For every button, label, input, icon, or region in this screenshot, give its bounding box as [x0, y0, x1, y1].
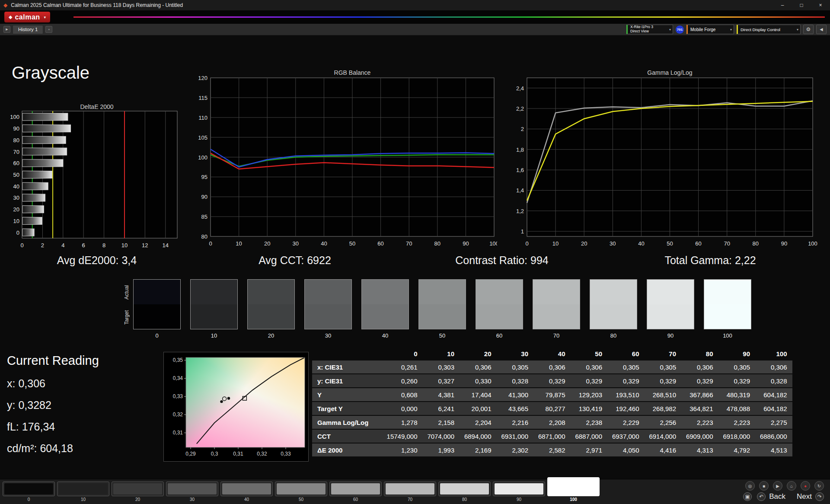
- meter-button[interactable]: ◎: [745, 481, 755, 491]
- level-button-70[interactable]: 70: [384, 482, 436, 502]
- chevron-down-icon: ▾: [795, 28, 798, 32]
- svg-text:0,29: 0,29: [185, 451, 196, 457]
- table-row: Target Y0,0006,24120,00143,66580,277130,…: [312, 402, 793, 415]
- table-row-label: CCT: [312, 430, 386, 443]
- grayscale-swatch-80: 80: [590, 279, 637, 339]
- swatch-step-label: 10: [190, 332, 238, 339]
- grayscale-swatch-100: 100: [704, 279, 751, 339]
- level-button-100[interactable]: 100: [547, 477, 600, 502]
- svg-text:100: 100: [808, 240, 817, 247]
- level-button-20[interactable]: 20: [112, 482, 164, 502]
- display-control-dropdown[interactable]: Direct Display Control ▾: [737, 25, 801, 34]
- chevron-down-icon: ▾: [667, 28, 671, 32]
- collapse-panel-button[interactable]: ◄: [816, 25, 827, 34]
- swatch-target: [191, 304, 237, 329]
- source-dropdown[interactable]: Mobile Forge ▾: [686, 25, 734, 34]
- table-row: y: CIE310,2600,3270,3300,3280,3290,3290,…: [312, 374, 793, 387]
- table-cell: 0,329: [645, 374, 682, 387]
- table-cell: 0,305: [607, 360, 645, 373]
- table-cell: 4,050: [607, 443, 645, 456]
- de-bar-10: [22, 217, 42, 224]
- close-button[interactable]: ×: [811, 0, 830, 10]
- table-row-label: x: CIE31: [312, 360, 386, 373]
- maximize-button[interactable]: □: [792, 0, 811, 10]
- table-cell: 0,305: [645, 360, 682, 373]
- table-cell: 0,306: [681, 360, 718, 373]
- table-col-header: 20: [460, 348, 497, 359]
- level-swatch: [113, 483, 162, 494]
- swatch-actual: [533, 280, 580, 304]
- history-prev-button[interactable]: ▶: [3, 26, 10, 33]
- svg-text:20: 20: [264, 240, 270, 247]
- table-col-header: 80: [681, 348, 718, 359]
- reading-fl: fL: 176,34: [7, 421, 137, 433]
- app-logo-icon: ◆: [3, 2, 7, 8]
- table-cell: 604,182: [755, 402, 792, 415]
- table-cell: 2,971: [571, 443, 608, 456]
- display-control-name: Direct Display Control: [741, 27, 780, 32]
- table-cell: 6886,000: [755, 430, 792, 443]
- table-col-header: 40: [533, 348, 571, 359]
- table-cell: 0,306: [755, 360, 792, 373]
- table-cell: 4,313: [681, 443, 718, 456]
- svg-text:0,33: 0,33: [281, 451, 291, 457]
- table-cell: 6871,000: [533, 430, 571, 443]
- table-cell: 0,329: [718, 374, 756, 387]
- swatch-actual: [704, 280, 751, 304]
- svg-text:1,2: 1,2: [516, 208, 524, 214]
- meter-status-badge: 701: [676, 26, 684, 34]
- svg-text:0: 0: [209, 240, 212, 247]
- next-arrow-icon: ↷: [815, 492, 824, 501]
- table-cell: 604,182: [755, 388, 792, 401]
- record-button[interactable]: ●: [801, 481, 810, 491]
- table-cell: 41,300: [497, 388, 534, 401]
- svg-text:60: 60: [13, 160, 19, 166]
- total-gamma-stat: Total Gamma: 2,22: [632, 254, 788, 267]
- next-button[interactable]: Next ↷: [797, 492, 824, 501]
- stop-button[interactable]: ■: [759, 481, 769, 491]
- level-button-40[interactable]: 40: [220, 482, 273, 502]
- level-button-10[interactable]: 10: [57, 482, 109, 502]
- grayscale-swatch-50: 50: [418, 279, 466, 339]
- reading-cdm2: cd/m²: 604,18: [7, 442, 137, 455]
- table-cell: 15749,000: [386, 430, 423, 443]
- table-col-header: 90: [718, 348, 756, 359]
- level-button-80[interactable]: 80: [438, 482, 491, 502]
- table-row: ΔE 20001,2301,9932,1692,3022,5822,9714,0…: [312, 443, 793, 456]
- svg-text:0,35: 0,35: [173, 357, 183, 363]
- level-button-row: 0102030405060708090100: [3, 477, 600, 502]
- home-button[interactable]: ⌂: [787, 481, 796, 491]
- svg-text:2,4: 2,4: [516, 85, 524, 92]
- layout-button[interactable]: ▣: [743, 492, 752, 501]
- svg-text:1,4: 1,4: [516, 187, 524, 194]
- level-button-50[interactable]: 50: [275, 482, 327, 502]
- table-col-header: 10: [423, 348, 460, 359]
- add-tab-button[interactable]: +: [45, 26, 52, 33]
- table-cell: 43,665: [497, 402, 534, 415]
- calman-menu-button[interactable]: ◆ calman ▾: [4, 12, 50, 22]
- swatch-step-label: 20: [247, 332, 295, 339]
- table-header-row: 0102030405060708090100: [312, 348, 793, 359]
- de-bar-60: [22, 159, 63, 167]
- settings-button[interactable]: ⚙: [803, 25, 814, 34]
- level-label: 40: [220, 497, 273, 502]
- loop-button[interactable]: ↻: [814, 481, 824, 491]
- tab-history-1[interactable]: History 1: [13, 25, 43, 34]
- minimize-button[interactable]: –: [773, 0, 792, 10]
- level-button-0[interactable]: 0: [3, 482, 55, 502]
- back-arrow-icon: ↶: [757, 492, 766, 501]
- table-cell: 0,305: [497, 360, 534, 373]
- level-button-90[interactable]: 90: [493, 482, 545, 502]
- level-button-30[interactable]: 30: [166, 482, 218, 502]
- swatch-step-label: 70: [533, 332, 580, 339]
- level-swatch: [440, 483, 489, 494]
- back-button[interactable]: ↶ Back: [757, 492, 785, 501]
- play-button[interactable]: ▶: [773, 481, 782, 491]
- level-swatch-frame: [329, 482, 382, 496]
- meter-dropdown[interactable]: X-Rite i1Pro 3 Direct View ▾: [626, 25, 673, 34]
- svg-text:1,6: 1,6: [516, 167, 524, 173]
- svg-text:40: 40: [13, 183, 19, 190]
- table-cell: 2,238: [571, 416, 608, 429]
- swatch-step-label: 50: [418, 332, 466, 339]
- level-button-60[interactable]: 60: [329, 482, 382, 502]
